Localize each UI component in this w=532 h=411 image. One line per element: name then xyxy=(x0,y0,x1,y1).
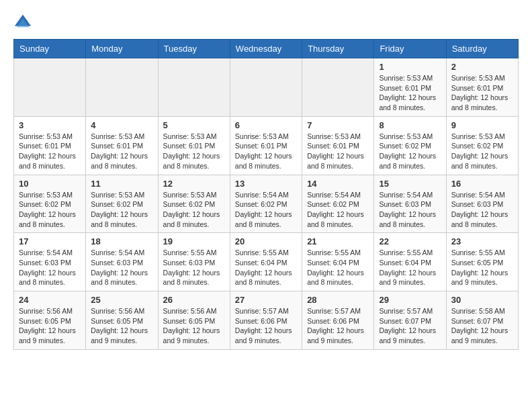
day-info: Sunrise: 5:57 AM Sunset: 6:07 PM Dayligh… xyxy=(379,306,441,346)
day-number: 29 xyxy=(379,295,441,305)
calendar-cell xyxy=(14,58,86,117)
day-info: Sunrise: 5:53 AM Sunset: 6:01 PM Dayligh… xyxy=(91,132,152,171)
day-number: 18 xyxy=(91,236,152,246)
day-info: Sunrise: 5:54 AM Sunset: 6:02 PM Dayligh… xyxy=(235,190,297,230)
day-number: 30 xyxy=(451,295,513,305)
day-info: Sunrise: 5:54 AM Sunset: 6:03 PM Dayligh… xyxy=(451,190,513,230)
day-info: Sunrise: 5:53 AM Sunset: 6:02 PM Dayligh… xyxy=(19,190,81,230)
day-number: 20 xyxy=(235,236,297,246)
day-info: Sunrise: 5:54 AM Sunset: 6:02 PM Dayligh… xyxy=(307,190,369,230)
weekday-header-row: SundayMondayTuesdayWednesdayThursdayFrid… xyxy=(14,40,519,58)
day-number: 9 xyxy=(451,120,513,130)
day-info: Sunrise: 5:53 AM Sunset: 6:01 PM Dayligh… xyxy=(163,132,225,171)
calendar-cell xyxy=(230,58,302,117)
logo-icon xyxy=(13,13,32,32)
day-info: Sunrise: 5:56 AM Sunset: 6:05 PM Dayligh… xyxy=(91,306,152,346)
day-info: Sunrise: 5:58 AM Sunset: 6:07 PM Dayligh… xyxy=(451,306,513,346)
day-info: Sunrise: 5:53 AM Sunset: 6:02 PM Dayligh… xyxy=(163,190,225,230)
calendar-cell: 1Sunrise: 5:53 AM Sunset: 6:01 PM Daylig… xyxy=(374,58,446,117)
day-number: 19 xyxy=(163,236,225,246)
day-number: 17 xyxy=(19,236,81,246)
calendar-cell xyxy=(158,58,230,117)
calendar-cell: 8Sunrise: 5:53 AM Sunset: 6:02 PM Daylig… xyxy=(374,116,446,175)
week-row-4: 17Sunrise: 5:54 AM Sunset: 6:03 PM Dayli… xyxy=(14,233,519,291)
day-number: 6 xyxy=(235,120,297,130)
calendar-cell: 22Sunrise: 5:55 AM Sunset: 6:04 PM Dayli… xyxy=(374,233,446,291)
calendar-cell: 28Sunrise: 5:57 AM Sunset: 6:06 PM Dayli… xyxy=(302,291,374,350)
day-info: Sunrise: 5:53 AM Sunset: 6:01 PM Dayligh… xyxy=(307,132,369,171)
day-number: 25 xyxy=(91,295,152,305)
calendar-cell: 10Sunrise: 5:53 AM Sunset: 6:02 PM Dayli… xyxy=(14,175,86,233)
day-number: 11 xyxy=(91,179,152,189)
day-info: Sunrise: 5:54 AM Sunset: 6:03 PM Dayligh… xyxy=(19,248,81,287)
calendar-cell: 27Sunrise: 5:57 AM Sunset: 6:06 PM Dayli… xyxy=(230,291,302,350)
calendar-cell: 18Sunrise: 5:54 AM Sunset: 6:03 PM Dayli… xyxy=(86,233,158,291)
day-info: Sunrise: 5:53 AM Sunset: 6:02 PM Dayligh… xyxy=(91,190,152,230)
day-number: 3 xyxy=(19,120,81,130)
day-number: 26 xyxy=(163,295,225,305)
day-number: 14 xyxy=(307,179,369,189)
calendar-cell: 12Sunrise: 5:53 AM Sunset: 6:02 PM Dayli… xyxy=(158,175,230,233)
calendar-cell: 7Sunrise: 5:53 AM Sunset: 6:01 PM Daylig… xyxy=(302,116,374,175)
day-info: Sunrise: 5:55 AM Sunset: 6:03 PM Dayligh… xyxy=(163,248,225,287)
day-info: Sunrise: 5:54 AM Sunset: 6:03 PM Dayligh… xyxy=(91,248,152,287)
day-number: 2 xyxy=(451,62,513,72)
day-number: 5 xyxy=(163,120,225,130)
calendar-cell: 14Sunrise: 5:54 AM Sunset: 6:02 PM Dayli… xyxy=(302,175,374,233)
day-info: Sunrise: 5:55 AM Sunset: 6:05 PM Dayligh… xyxy=(451,248,513,287)
day-number: 21 xyxy=(307,236,369,246)
week-row-1: 1Sunrise: 5:53 AM Sunset: 6:01 PM Daylig… xyxy=(14,58,519,117)
calendar-cell: 16Sunrise: 5:54 AM Sunset: 6:03 PM Dayli… xyxy=(446,175,518,233)
day-info: Sunrise: 5:57 AM Sunset: 6:06 PM Dayligh… xyxy=(235,306,297,346)
calendar-cell: 25Sunrise: 5:56 AM Sunset: 6:05 PM Dayli… xyxy=(86,291,158,350)
calendar-cell: 17Sunrise: 5:54 AM Sunset: 6:03 PM Dayli… xyxy=(14,233,86,291)
weekday-header-thursday: Thursday xyxy=(302,40,374,58)
calendar-cell: 2Sunrise: 5:53 AM Sunset: 6:01 PM Daylig… xyxy=(446,58,518,117)
day-number: 23 xyxy=(451,236,513,246)
day-number: 4 xyxy=(91,120,152,130)
calendar-cell: 19Sunrise: 5:55 AM Sunset: 6:03 PM Dayli… xyxy=(158,233,230,291)
weekday-header-friday: Friday xyxy=(374,40,446,58)
calendar-cell: 4Sunrise: 5:53 AM Sunset: 6:01 PM Daylig… xyxy=(86,116,158,175)
day-info: Sunrise: 5:53 AM Sunset: 6:01 PM Dayligh… xyxy=(235,132,297,171)
calendar-cell: 13Sunrise: 5:54 AM Sunset: 6:02 PM Dayli… xyxy=(230,175,302,233)
day-info: Sunrise: 5:53 AM Sunset: 6:02 PM Dayligh… xyxy=(379,132,441,171)
day-info: Sunrise: 5:55 AM Sunset: 6:04 PM Dayligh… xyxy=(235,248,297,287)
day-number: 1 xyxy=(379,62,441,72)
day-number: 16 xyxy=(451,179,513,189)
weekday-header-saturday: Saturday xyxy=(446,40,518,58)
calendar-cell: 3Sunrise: 5:53 AM Sunset: 6:01 PM Daylig… xyxy=(14,116,86,175)
page-header xyxy=(13,13,519,32)
day-info: Sunrise: 5:53 AM Sunset: 6:01 PM Dayligh… xyxy=(19,132,81,171)
calendar-cell: 20Sunrise: 5:55 AM Sunset: 6:04 PM Dayli… xyxy=(230,233,302,291)
calendar-cell: 30Sunrise: 5:58 AM Sunset: 6:07 PM Dayli… xyxy=(446,291,518,350)
day-info: Sunrise: 5:56 AM Sunset: 6:05 PM Dayligh… xyxy=(19,306,81,346)
day-info: Sunrise: 5:56 AM Sunset: 6:05 PM Dayligh… xyxy=(163,306,225,346)
week-row-3: 10Sunrise: 5:53 AM Sunset: 6:02 PM Dayli… xyxy=(14,175,519,233)
calendar-cell: 29Sunrise: 5:57 AM Sunset: 6:07 PM Dayli… xyxy=(374,291,446,350)
calendar-cell: 26Sunrise: 5:56 AM Sunset: 6:05 PM Dayli… xyxy=(158,291,230,350)
day-info: Sunrise: 5:53 AM Sunset: 6:01 PM Dayligh… xyxy=(451,73,513,113)
day-number: 7 xyxy=(307,120,369,130)
day-info: Sunrise: 5:54 AM Sunset: 6:03 PM Dayligh… xyxy=(379,190,441,230)
weekday-header-monday: Monday xyxy=(86,40,158,58)
day-number: 28 xyxy=(307,295,369,305)
day-info: Sunrise: 5:53 AM Sunset: 6:01 PM Dayligh… xyxy=(379,73,441,113)
day-number: 10 xyxy=(19,179,81,189)
calendar-cell: 5Sunrise: 5:53 AM Sunset: 6:01 PM Daylig… xyxy=(158,116,230,175)
day-number: 12 xyxy=(163,179,225,189)
day-info: Sunrise: 5:55 AM Sunset: 6:04 PM Dayligh… xyxy=(307,248,369,287)
calendar-table: SundayMondayTuesdayWednesdayThursdayFrid… xyxy=(13,39,519,350)
calendar-cell: 23Sunrise: 5:55 AM Sunset: 6:05 PM Dayli… xyxy=(446,233,518,291)
weekday-header-sunday: Sunday xyxy=(14,40,86,58)
calendar-cell: 11Sunrise: 5:53 AM Sunset: 6:02 PM Dayli… xyxy=(86,175,158,233)
weekday-header-tuesday: Tuesday xyxy=(158,40,230,58)
day-number: 24 xyxy=(19,295,81,305)
weekday-header-wednesday: Wednesday xyxy=(230,40,302,58)
calendar-cell: 9Sunrise: 5:53 AM Sunset: 6:02 PM Daylig… xyxy=(446,116,518,175)
day-number: 8 xyxy=(379,120,441,130)
logo xyxy=(13,13,35,32)
calendar-cell xyxy=(302,58,374,117)
week-row-2: 3Sunrise: 5:53 AM Sunset: 6:01 PM Daylig… xyxy=(14,116,519,175)
day-number: 27 xyxy=(235,295,297,305)
